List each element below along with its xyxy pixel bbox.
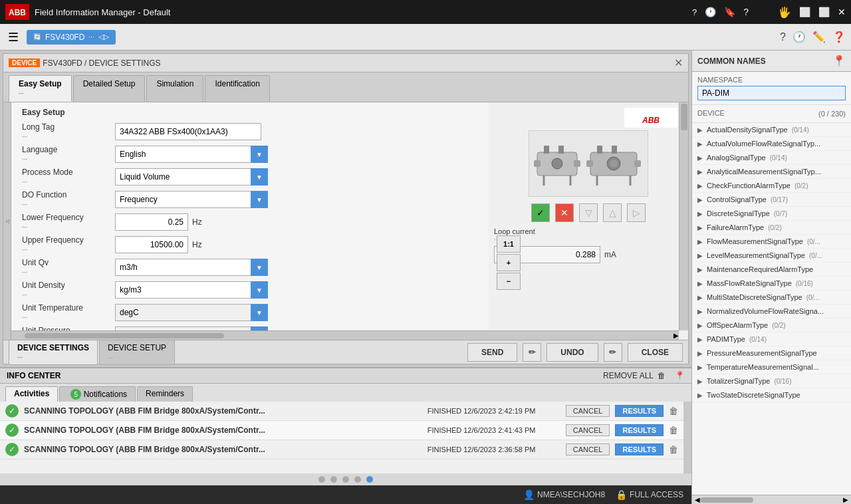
tab-detailed-setup[interactable]: Detailed Setup — [73, 75, 146, 102]
close-button[interactable]: CLOSE — [628, 343, 683, 362]
close-title-icon[interactable]: ✕ — [838, 7, 846, 17]
device-list-item-18[interactable]: ▶ TotalizerSignalType (0/16) — [692, 374, 851, 388]
vertical-scrollbar[interactable] — [679, 102, 688, 330]
device-list-item-12[interactable]: ▶ MultiStateDiscreteSignalType (0/... — [692, 291, 851, 305]
device-list-item-9[interactable]: ▶ LevelMeasurementSignalType (0/... — [692, 249, 851, 263]
right-scroll-right-arrow[interactable]: ▶ — [843, 496, 848, 503]
dot-3[interactable] — [342, 476, 349, 483]
device-list-item-2[interactable]: ▶ AnalogSignalType (0/14) — [692, 151, 851, 165]
device-tag-button[interactable]: 🔄 FSV430FD ··· ◁▷ — [27, 30, 116, 45]
vscroll-thumb[interactable] — [681, 104, 687, 130]
right-scroll-thumb[interactable] — [700, 497, 753, 503]
device-list-item-15[interactable]: ▶ PADIMType (0/14) — [692, 332, 851, 346]
info-trash-icon-3[interactable]: 🗑 — [669, 444, 678, 455]
select-do-function[interactable]: Frequency — [115, 191, 268, 208]
hscroll-thumb[interactable] — [25, 333, 224, 338]
info-results-btn-2[interactable]: RESULTS — [615, 424, 664, 436]
device-list-item-6[interactable]: ▶ DiscreteSignalType (0/7) — [692, 207, 851, 221]
info-cancel-btn-2[interactable]: CANCEL — [566, 424, 610, 436]
dot-4[interactable] — [354, 476, 361, 483]
help-icon[interactable]: ? — [692, 7, 697, 17]
send-edit-icon[interactable]: ✏ — [523, 343, 541, 362]
input-upper-frequency[interactable] — [115, 236, 188, 253]
select-unit-density[interactable]: kg/m3 — [115, 281, 268, 299]
select-unit-temperature[interactable]: degC — [115, 304, 268, 321]
unit-lower-frequency: Hz — [192, 217, 202, 227]
right-pin-icon[interactable]: 📍 — [832, 55, 846, 67]
hscroll-right-arrow[interactable]: ▶ — [673, 332, 679, 339]
dot-5[interactable] — [366, 476, 373, 483]
action-check-btn[interactable]: ✓ — [531, 203, 550, 222]
info-tab-reminders[interactable]: Reminders — [137, 386, 193, 402]
question-toolbar-icon[interactable]: ❓ — [832, 31, 846, 43]
right-scroll-left-arrow[interactable]: ◀ — [695, 496, 700, 503]
namespace-input[interactable] — [697, 86, 846, 100]
device-list-item-19[interactable]: ▶ TwoStateDiscreteSignalType — [692, 388, 851, 402]
device-list-item-4[interactable]: ▶ CheckFunctionAlarmType (0/2) — [692, 179, 851, 193]
input-lower-frequency[interactable] — [115, 213, 188, 231]
fullscreen-icon[interactable]: ⬜ — [818, 7, 830, 17]
info-trash-icon-2[interactable]: 🗑 — [669, 425, 678, 436]
action-up-btn[interactable]: △ — [603, 203, 622, 222]
horizontal-scrollbar[interactable]: ▶ — [11, 330, 679, 340]
action-right-btn[interactable]: ▷ — [627, 203, 646, 222]
dot-2[interactable] — [330, 476, 337, 483]
lock-icon: 🔒 — [616, 489, 627, 500]
device-list-item-17[interactable]: ▶ TemperatureMeasurementSignal... — [692, 360, 851, 374]
menu-icon[interactable]: ☰ — [5, 27, 21, 47]
info-scrollbar[interactable] — [683, 402, 691, 473]
device-list-item-16[interactable]: ▶ PressureMeasurementSignalType — [692, 346, 851, 360]
device-list-item-5[interactable]: ▶ ControlSignalType (0/17) — [692, 193, 851, 207]
zoom-ratio-btn[interactable]: 1:1 — [497, 235, 521, 253]
info-cancel-btn-1[interactable]: CANCEL — [566, 405, 610, 417]
info-tab-activities[interactable]: Activities — [5, 386, 58, 402]
tab-simulation[interactable]: Simulation — [146, 75, 203, 102]
device-list-item-11[interactable]: ▶ MassFIowRateSignalType (0/16) — [692, 277, 851, 291]
clock-toolbar-icon[interactable]: 🕐 — [792, 31, 806, 43]
info-pin-icon[interactable]: 📍 — [675, 371, 685, 380]
input-long-tag[interactable] — [115, 123, 261, 140]
tab-identification[interactable]: Identification — [205, 75, 269, 102]
device-list-item-3[interactable]: ▶ AnalyticalMeasurementSignalTyp... — [692, 165, 851, 179]
info-tab-notifications[interactable]: 5 Notifications — [59, 386, 136, 402]
select-language[interactable]: English — [115, 146, 268, 163]
device-list-item-1[interactable]: ▶ ActualVolumeFlowRateSignalTyp... — [692, 137, 851, 151]
help-toolbar-icon[interactable]: ? — [780, 31, 786, 43]
device-list-label-3: AnalyticalMeasurementSignalTyp... — [707, 168, 821, 176]
zoom-plus-btn[interactable]: + — [497, 254, 521, 271]
scroll-left-indicator[interactable]: ◁ — [3, 102, 11, 340]
select-process-mode[interactable]: Liquid Volume — [115, 168, 268, 186]
device-list-item-7[interactable]: ▶ FailureAlarmType (0/2) — [692, 221, 851, 235]
maximize-icon[interactable]: ⬜ — [799, 7, 810, 17]
restore-icon[interactable]: 🖐 — [778, 6, 791, 19]
tab-easy-setup[interactable]: Easy Setup··· — [9, 75, 72, 102]
dot-1[interactable] — [318, 476, 325, 483]
device-list-item-14[interactable]: ▶ OffSpecAlarmType (0/2) — [692, 318, 851, 332]
undo-edit-icon[interactable]: ✏ — [604, 343, 622, 362]
action-x-btn[interactable]: ✕ — [555, 203, 574, 222]
status-bar: 👤 NMEA\SECHJOH8 🔒 FULL ACCESS — [0, 485, 691, 504]
device-list-item-0[interactable]: ▶ ActualDensitySignalType (0/14) — [692, 123, 851, 137]
bottom-tab-device-setup[interactable]: DEVICE SETUP··· — [99, 340, 175, 365]
info-cancel-btn-3[interactable]: CANCEL — [566, 443, 610, 455]
device-list-item-8[interactable]: ▶ FlowMeasurementSignalType (0/... — [692, 235, 851, 249]
send-button[interactable]: SEND — [467, 343, 517, 362]
loop-current-section: Loop current··· mA — [494, 227, 683, 263]
device-list-item-13[interactable]: ▶ NormalizedVolumeFlowRateSigna... — [692, 305, 851, 318]
action-down-btn[interactable]: ▽ — [579, 203, 598, 222]
select-unit-qv[interactable]: m3/h — [115, 259, 268, 276]
right-scrollbar[interactable]: ◀ ▶ — [692, 495, 851, 504]
help2-icon[interactable]: ? — [743, 7, 749, 17]
info-results-btn-3[interactable]: RESULTS — [615, 443, 664, 455]
bottom-tab-device-settings[interactable]: DEVICE SETTINGS··· — [9, 340, 98, 365]
pencil-toolbar-icon[interactable]: ✏️ — [812, 31, 826, 43]
bookmark-icon[interactable]: 🔖 — [724, 7, 735, 17]
history-icon[interactable]: 🕐 — [705, 7, 716, 17]
close-panel-icon[interactable]: ✕ — [674, 57, 683, 69]
device-list-item-10[interactable]: ▶ MaintenanceRequiredAlarmType — [692, 263, 851, 277]
remove-all-button[interactable]: REMOVE ALL 🗑 📍 — [603, 371, 685, 380]
info-trash-icon-1[interactable]: 🗑 — [669, 406, 678, 416]
info-results-btn-1[interactable]: RESULTS — [615, 405, 664, 417]
undo-button[interactable]: UNDO — [547, 343, 598, 362]
zoom-minus-btn[interactable]: − — [497, 273, 521, 290]
